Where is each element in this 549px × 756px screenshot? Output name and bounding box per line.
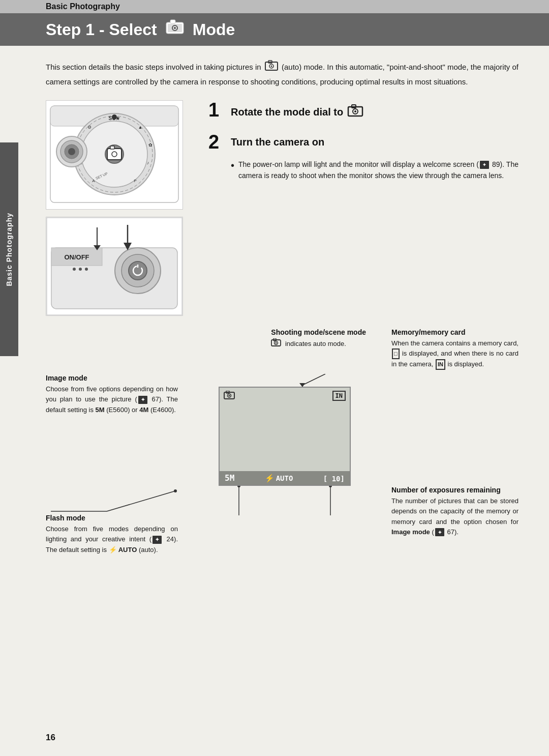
page-container: Basic Photography Basic Photography Step… [0,0,549,756]
svg-point-4 [174,27,176,29]
svg-text:⚙: ⚙ [87,125,92,130]
bullet-dot: • [231,159,234,182]
lcd-exposures: [ 10] [323,475,345,483]
step2-title: Turn the camera on [231,132,324,148]
bottom-annotation-row: Flash mode Choose from five modes depend… [46,486,518,555]
image-mode-body: Choose from five options depending on ho… [46,384,178,415]
exposures-body: The number of pictures that can be store… [391,496,518,537]
svg-text:ON/OFF: ON/OFF [64,253,89,261]
page-number: 16 [46,733,55,743]
step1-number: 1 [208,100,224,120]
svg-text:A: A [92,179,95,183]
svg-rect-25 [107,149,121,160]
image-column: SC★ ▲ ✿ ♪ P A S M ⚙ SET UP [46,100,193,316]
annotation-top-row: Shooting mode/scene mode indicate [46,328,518,370]
lcd-top-row: IN [224,391,346,401]
svg-point-42 [129,261,147,280]
lcd-flash-mode: ⚡ AUTO [265,474,293,483]
flash-arrow-svg [46,486,178,514]
step-title-bar: Step 1 - Select Mode [0,13,549,46]
4m-text: 4M [139,406,148,414]
step-column: 1 Rotate the mode dial to [208,100,518,316]
svg-point-65 [174,489,177,492]
step2-body: • The power-on lamp will light and the m… [208,159,518,182]
step2-bullet: • The power-on lamp will light and the m… [231,159,518,182]
steps-section: SC★ ▲ ✿ ♪ P A S M ⚙ SET UP [46,100,518,316]
svg-point-39 [85,268,88,271]
lcd-memory-icon: IN [332,391,346,401]
chapter-title: Basic Photography [46,2,120,11]
lcd-bottom-arrows [188,486,381,555]
lcd-center-col: Shooting mode/scene mode indicate [188,328,381,352]
memory-title: Memory/memory card [391,328,518,336]
svg-text:P: P [134,179,136,183]
step1-header: 1 Rotate the mode dial to [208,100,518,120]
auto-mode-icon-step1 [347,104,363,120]
svg-marker-58 [299,383,305,387]
svg-point-38 [79,268,82,271]
svg-point-62 [229,395,230,396]
shooting-mode-arrow [214,374,356,387]
image-mode-title: Image mode [46,374,178,382]
svg-text:♪: ♪ [147,160,149,165]
svg-point-32 [68,148,75,155]
svg-text:✿: ✿ [148,142,152,148]
step2-header: 2 Turn the camera on [208,132,518,152]
lcd-middle [224,401,346,471]
intro-paragraph: This section details the basic steps inv… [46,60,518,88]
exposures-title: Number of exposures remaining [391,486,518,494]
lcd-camera-icon [224,391,235,401]
lcd-section: Shooting mode/scene mode indicate [46,328,518,555]
auto-icon-inline [265,60,278,75]
sidebar-tab: Basic Photography [0,142,18,356]
svg-rect-1 [170,20,175,23]
ref-icon-2: ✦ [138,396,147,404]
shooting-mode-title: Shooting mode/scene mode [271,328,366,336]
ref-icon-1: ✦ [480,161,489,169]
lcd-image-mode: 5M [225,473,234,483]
auto-icon-shooting [271,338,281,350]
svg-text:▲: ▲ [138,125,143,130]
step1-title: Rotate the mode dial to [231,100,363,120]
step-title: Step 1 - Select Mode [46,19,518,40]
svg-rect-26 [110,146,114,149]
lcd-bottom-row: 5M ⚡ AUTO [ 10] [220,471,350,485]
flash-mode-body: Choose from five modes depending on ligh… [46,524,178,555]
memory-annotation: Memory/memory card When the camera conta… [391,328,518,370]
image-mode-bold: Image mode [391,528,430,536]
step2-section: 2 Turn the camera on • The power-on lamp… [208,132,518,182]
svg-point-37 [73,268,76,271]
svg-point-69 [329,486,332,487]
step2-number: 2 [208,132,224,152]
svg-line-57 [302,374,325,385]
flash-mode-title: Flash mode [46,514,178,522]
ref-icon-4: ✦ [435,528,444,536]
svg-point-8 [270,66,272,67]
svg-point-56 [276,342,277,344]
5m-text: 5M [96,406,105,414]
exposures-section: Number of exposures remaining The number… [391,486,518,555]
mode-dial-diagram: SC★ ▲ ✿ ♪ P A S M ⚙ SET UP [46,100,183,210]
image-mode-annotation: Image mode Choose from five options depe… [46,374,178,415]
chapter-header: Basic Photography [0,0,549,13]
svg-point-68 [237,486,240,487]
main-content: This section details the basic steps inv… [0,46,549,565]
flash-mode-section: Flash mode Choose from five modes depend… [46,486,178,555]
lcd-screen: IN 5M ⚡ AUTO [219,387,351,486]
sidebar-label: Basic Photography [5,213,13,286]
internal-memory-icon: IN [436,359,445,370]
flash-connector [46,486,178,514]
bottom-lcd-arrows [214,486,356,516]
shooting-mode-label-area: Shooting mode/scene mode indicate [271,328,366,350]
lcd-middle-row: Image mode Choose from five options depe… [46,374,518,486]
svg-line-63 [107,491,175,511]
lcd-screen-col: IN 5M ⚡ AUTO [188,374,381,486]
svg-point-52 [354,110,356,112]
svg-point-28 [112,114,117,120]
memory-card-icon: □ [392,348,400,359]
memory-body: When the camera contains a memory card, … [391,338,518,370]
power-diagram: ON/OFF [46,217,183,316]
auto-mode-icon [165,19,185,40]
ref-icon-3: ✦ [152,536,162,544]
shooting-mode-body: indicates auto mode. [271,338,366,350]
